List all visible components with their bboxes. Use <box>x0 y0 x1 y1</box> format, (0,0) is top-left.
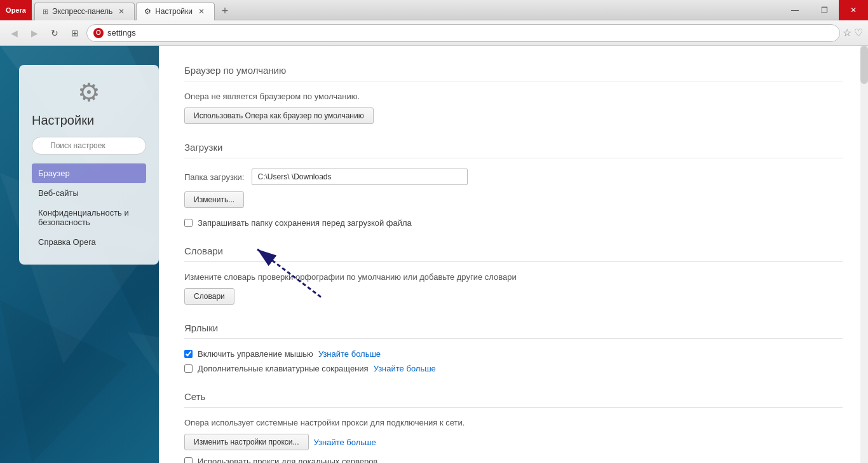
dictionaries-text: Измените словарь проверки орфографии по … <box>184 272 843 282</box>
bookmark-star[interactable]: ☆ <box>843 27 851 39</box>
tabs-area: ⊞ Экспресс-панель ✕ ⚙ Настройки ✕ + <box>32 0 780 20</box>
keyboard-checkbox[interactable] <box>184 364 193 373</box>
main-area: ⚙ Настройки 🔍 Браузер Веб-сайты Конфиден… <box>0 46 868 463</box>
scrollbar-track[interactable] <box>860 46 868 463</box>
download-path-input[interactable]: C:\Users\ \Downloads <box>252 169 468 185</box>
tab-express[interactable]: ⊞ Экспресс-панель ✕ <box>34 3 135 20</box>
local-proxy-row: Использовать прокси для локальных сервер… <box>184 457 843 463</box>
shortcuts-title: Ярлыки <box>184 322 843 339</box>
sidebar-item-websites[interactable]: Веб-сайты <box>32 183 146 203</box>
dictionaries-button[interactable]: Словари <box>184 288 234 305</box>
ask-folder-label: Запрашивать папку сохранения перед загру… <box>198 218 412 228</box>
ask-folder-checkbox[interactable] <box>184 219 193 227</box>
titlebar: Opera ⊞ Экспресс-панель ✕ ⚙ Настройки ✕ … <box>0 0 868 20</box>
tab-express-close[interactable]: ✕ <box>116 6 126 17</box>
search-wrapper: 🔍 <box>32 137 146 155</box>
grid-button[interactable]: ⊞ <box>66 24 84 42</box>
opera-logo: Opera <box>0 0 32 20</box>
ask-folder-row: Запрашивать папку сохранения перед загру… <box>184 218 843 228</box>
settings-content: Браузер по умолчанию Опера не является б… <box>159 46 868 463</box>
settings-main-icon: ⚙ <box>32 78 146 107</box>
network-title: Сеть <box>184 391 843 408</box>
proxy-settings-button[interactable]: Изменить настройки прокси... <box>184 434 309 450</box>
settings-gear-icon: ⚙ <box>144 7 151 16</box>
sidebar-item-privacy[interactable]: Конфиденциальность и безопасность <box>32 203 146 232</box>
restore-button[interactable]: ❐ <box>810 0 839 20</box>
reload-button[interactable]: ↻ <box>46 24 64 42</box>
tab-settings[interactable]: ⚙ Настройки ✕ <box>136 3 215 20</box>
mouse-control-label: Включить управление мышью <box>198 349 313 359</box>
mouse-control-row: Включить управление мышью Узнайте больше <box>184 349 843 359</box>
downloads-title: Загрузки <box>184 142 843 158</box>
back-button[interactable]: ◀ <box>5 24 23 42</box>
download-path-text: C:\Users\ \Downloads <box>257 172 331 181</box>
grid-icon: ⊞ <box>43 8 48 16</box>
proxy-learn-more-link[interactable]: Узнайте больше <box>314 438 376 447</box>
change-folder-button[interactable]: Изменить... <box>184 191 244 208</box>
network-section: Сеть Опера использует системные настройк… <box>184 391 843 463</box>
opera-icon: O <box>93 28 104 38</box>
tab-express-label: Экспресс-панель <box>52 7 112 16</box>
set-default-browser-button[interactable]: Использовать Опера как браузер по умолча… <box>184 107 374 124</box>
sidebar-item-browser[interactable]: Браузер <box>32 163 146 183</box>
sidebar-title: Настройки <box>32 113 146 128</box>
close-button[interactable]: ✕ <box>839 0 868 20</box>
shortcuts-section: Ярлыки Включить управление мышью Узнайте… <box>184 322 843 373</box>
tab-settings-close[interactable]: ✕ <box>196 6 207 17</box>
default-browser-title: Браузер по умолчанию <box>184 65 843 81</box>
toolbar-right: ☆ ♡ <box>843 27 863 39</box>
scrollbar-thumb[interactable] <box>860 46 868 84</box>
keyboard-row: Дополнительные клавиатурные сокращения У… <box>184 364 843 373</box>
window-controls: — ❐ ✕ <box>780 0 868 20</box>
network-text: Опера использует системные настройки про… <box>184 418 843 427</box>
download-folder-row: Папка загрузки: C:\Users\ \Downloads <box>184 169 843 185</box>
folder-label: Папка загрузки: <box>184 172 244 182</box>
tab-settings-label: Настройки <box>155 7 193 16</box>
sidebar: ⚙ Настройки 🔍 Браузер Веб-сайты Конфиден… <box>19 65 159 265</box>
local-proxy-checkbox[interactable] <box>184 457 193 463</box>
keyboard-label: Дополнительные клавиатурные сокращения <box>198 364 369 373</box>
minimize-button[interactable]: — <box>780 0 810 20</box>
new-tab-button[interactable]: + <box>216 3 234 20</box>
dictionaries-title: Словари <box>184 245 843 262</box>
local-proxy-label: Использовать прокси для локальных сервер… <box>198 457 377 463</box>
opera-logo-text: Opera <box>6 6 26 14</box>
downloads-section: Загрузки Папка загрузки: C:\Users\ \Down… <box>184 142 843 228</box>
mouse-learn-more-link[interactable]: Узнайте больше <box>318 349 381 359</box>
settings-search[interactable] <box>32 137 146 155</box>
address-input[interactable] <box>107 28 833 38</box>
address-bar[interactable]: O <box>86 24 840 42</box>
mouse-control-checkbox[interactable] <box>184 350 193 358</box>
sidebar-item-help[interactable]: Справка Opera <box>32 232 146 252</box>
default-browser-text: Опера не является браузером по умолчанию… <box>184 92 843 101</box>
toolbar: ◀ ▶ ↻ ⊞ O ☆ ♡ <box>0 20 868 46</box>
heart-icon[interactable]: ♡ <box>854 27 863 39</box>
keyboard-learn-more-link[interactable]: Узнайте больше <box>374 364 436 373</box>
default-browser-section: Браузер по умолчанию Опера не является б… <box>184 65 843 124</box>
dictionaries-section: Словари Измените словарь проверки орфогр… <box>184 245 843 305</box>
forward-button[interactable]: ▶ <box>25 24 43 42</box>
